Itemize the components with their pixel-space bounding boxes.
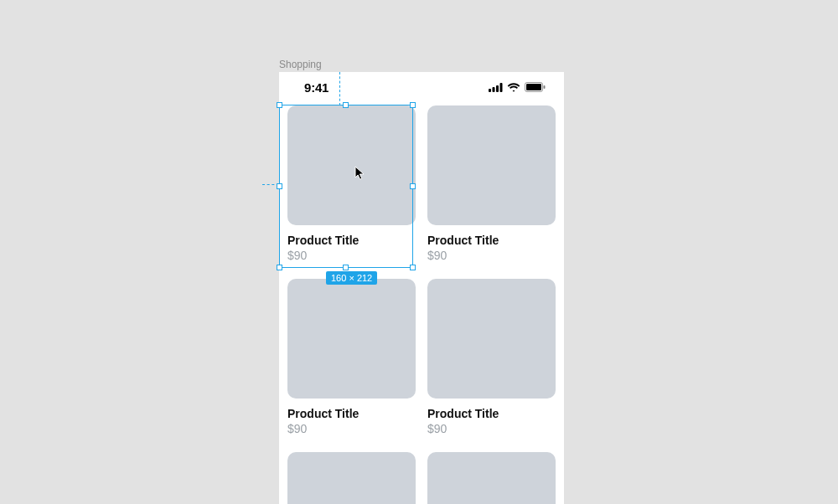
product-grid: Product Title $90 Product Title $90 Prod… (279, 102, 564, 504)
product-price: $90 (427, 422, 556, 435)
status-time: 9:41 (304, 80, 328, 95)
wifi-icon (507, 83, 520, 92)
product-price: $90 (287, 249, 416, 262)
svg-rect-1 (493, 87, 495, 92)
svg-rect-6 (544, 85, 546, 89)
svg-rect-0 (489, 89, 491, 92)
product-image-placeholder[interactable] (287, 279, 416, 399)
product-image-placeholder[interactable] (427, 105, 556, 225)
cellular-signal-icon (489, 83, 503, 92)
product-image-placeholder[interactable] (287, 105, 416, 225)
product-card[interactable]: Product Title $90 (287, 105, 416, 262)
product-card[interactable]: Product Title $90 (427, 105, 556, 262)
alignment-guide-horizontal (262, 184, 279, 185)
product-card[interactable]: Product Title $90 (427, 279, 556, 435)
status-bar: 9:41 (279, 72, 564, 102)
product-title: Product Title (427, 234, 556, 247)
artboard-shopping[interactable]: 9:41 Pro (279, 72, 564, 504)
product-card[interactable]: Product Title $90 (287, 452, 416, 504)
svg-rect-2 (496, 85, 499, 92)
product-price: $90 (427, 249, 556, 262)
product-title: Product Title (287, 234, 416, 247)
status-icons (489, 82, 546, 92)
product-title: Product Title (287, 407, 416, 420)
svg-rect-3 (500, 83, 503, 92)
product-image-placeholder[interactable] (427, 279, 556, 399)
product-title: Product Title (427, 407, 556, 420)
product-image-placeholder[interactable] (287, 452, 416, 504)
product-image-placeholder[interactable] (427, 452, 556, 504)
product-card[interactable]: Product Title $90 (287, 279, 416, 435)
frame-label[interactable]: Shopping (279, 59, 322, 70)
product-price: $90 (287, 422, 416, 435)
svg-rect-5 (526, 84, 541, 90)
product-card[interactable]: Product Title $90 (427, 452, 556, 504)
battery-icon (525, 82, 546, 92)
